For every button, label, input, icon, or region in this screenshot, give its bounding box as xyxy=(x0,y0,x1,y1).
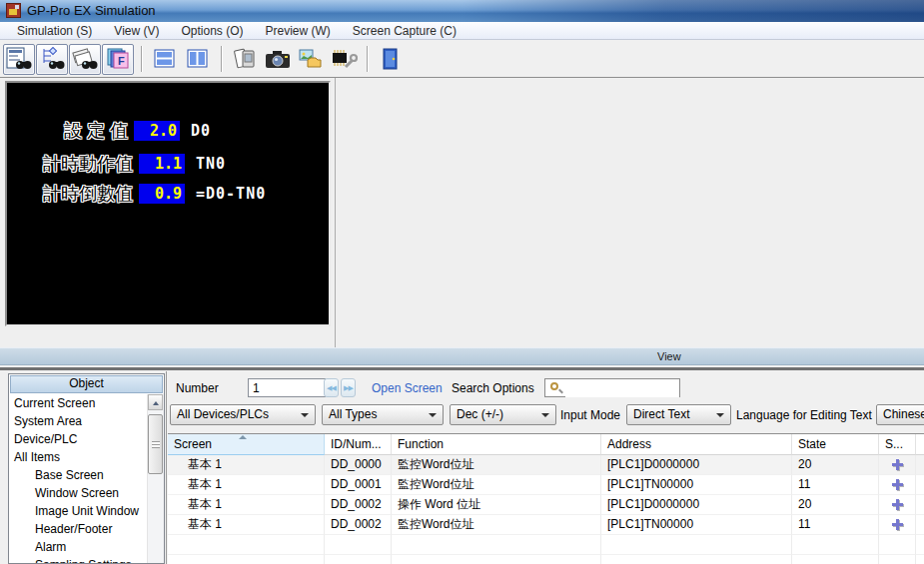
timer-current-address: TN0 xyxy=(196,155,226,173)
open-screen-link[interactable]: Open Screen xyxy=(372,381,443,395)
language-dropdown[interactable]: Chinese ( xyxy=(876,404,924,425)
set-value-display[interactable]: 2.0 xyxy=(134,121,180,141)
cell-jump[interactable] xyxy=(879,455,916,475)
input-mode-label: Input Mode xyxy=(560,408,620,422)
column-header-s[interactable]: S... xyxy=(879,434,916,455)
object-item-all-items[interactable]: All Items xyxy=(9,448,164,466)
address-tree-watch-button[interactable] xyxy=(36,44,68,75)
cell-function: 操作 Word 位址 xyxy=(392,495,601,515)
next-screen-button[interactable]: ▶▶ xyxy=(341,378,356,397)
timer-current-display[interactable]: 1.1 xyxy=(139,154,185,174)
cell-address: [PLC1]D0000000 xyxy=(601,455,792,475)
address-tree-watch-icon xyxy=(39,47,65,71)
format-filter-dropdown[interactable]: Dec (+/-) xyxy=(450,404,556,425)
column-header-function[interactable]: Function xyxy=(392,434,601,455)
split-vertical-button[interactable] xyxy=(182,44,214,75)
input-mode-dropdown[interactable]: Direct Text xyxy=(626,404,731,425)
cell-jump[interactable] xyxy=(879,495,916,515)
menu-preview[interactable]: Preview (W) xyxy=(255,22,342,40)
table-row[interactable]: 基本 1 DD_0002 操作 Word 位址 [PLC1]D0000000 2… xyxy=(168,495,924,515)
device-watch-button[interactable] xyxy=(69,44,101,75)
cell-address: [PLC1]TN00000 xyxy=(601,515,792,535)
object-item-device-plc[interactable]: Device/PLC xyxy=(9,430,164,448)
screen-capture-button[interactable] xyxy=(262,44,294,75)
menu-view[interactable]: View (V) xyxy=(103,22,170,40)
cell-screen: 基本 1 xyxy=(168,455,325,475)
feature-screens-button[interactable]: F xyxy=(102,44,134,75)
cell-jump[interactable] xyxy=(879,475,916,495)
cell-state: 20 xyxy=(792,495,879,515)
cell-jump[interactable] xyxy=(879,515,916,535)
device-watch-icon xyxy=(72,47,98,71)
cell-function: 監控Word位址 xyxy=(392,515,601,535)
watch-address-table: Screen ID/Num... Function Address State … xyxy=(168,433,924,564)
view-pane-title: View xyxy=(657,350,681,362)
sort-ascending-icon xyxy=(239,435,247,439)
cell-address: [PLC1]D0000000 xyxy=(601,495,792,515)
set-value-label: 設定值 xyxy=(37,119,133,143)
view-pane: Object Current Screen System Area Device… xyxy=(0,371,924,564)
exit-door-icon xyxy=(379,47,403,71)
object-item-system-area[interactable]: System Area xyxy=(9,412,164,430)
device-maintenance-button[interactable] xyxy=(328,44,360,75)
language-label: Language for Editing Text xyxy=(736,408,872,422)
view-pane-titlebar[interactable]: View xyxy=(0,347,924,365)
column-header-state[interactable]: State xyxy=(792,434,879,455)
table-header-row: Screen ID/Num... Function Address State … xyxy=(168,434,924,455)
menu-options[interactable]: Options (O) xyxy=(170,22,254,40)
object-item-header-footer[interactable]: Header/Footer xyxy=(9,520,164,538)
timer-countdown-display[interactable]: 0.9 xyxy=(139,184,185,204)
devices-filter-dropdown[interactable]: All Devices/PLCs xyxy=(170,404,316,425)
feature-screens-icon: F xyxy=(106,47,131,71)
sim-row-timer-countdown: 計時倒數值 0.9 =D0-TN0 xyxy=(37,184,266,204)
search-field[interactable] xyxy=(544,378,680,397)
pane-splitter[interactable] xyxy=(0,367,924,370)
sim-window-edge xyxy=(335,78,336,347)
format-filter-value: Dec (+/-) xyxy=(457,407,503,421)
jump-to-screen-icon xyxy=(891,478,904,491)
column-header-address[interactable]: Address xyxy=(601,434,792,455)
previous-screen-button[interactable]: ◀◀ xyxy=(324,378,339,397)
types-filter-value: All Types xyxy=(329,407,377,421)
set-value-address: D0 xyxy=(191,122,211,140)
cell-screen: 基本 1 xyxy=(168,515,325,535)
menu-screen-capture[interactable]: Screen Capture (C) xyxy=(342,22,467,40)
jump-to-screen-icon xyxy=(891,458,904,471)
timer-current-label: 計時動作值 xyxy=(37,152,133,176)
object-list-scrollbar[interactable] xyxy=(147,394,164,564)
save-image-button[interactable] xyxy=(295,44,327,75)
object-item-current-screen[interactable]: Current Screen xyxy=(9,394,164,412)
menu-simulation[interactable]: Simulation (S) xyxy=(6,22,103,40)
sim-row-timer-current: 計時動作值 1.1 TN0 xyxy=(37,154,226,174)
chevron-down-icon xyxy=(429,413,437,417)
title-bar: GP-Pro EX Simulation xyxy=(0,0,924,22)
cell-function: 監控Word位址 xyxy=(392,455,601,475)
object-item-base-screen[interactable]: Base Screen xyxy=(9,466,164,484)
panel-divider xyxy=(166,371,167,564)
app-icon xyxy=(6,3,21,18)
column-header-screen[interactable]: Screen xyxy=(168,434,325,455)
object-item-window-screen[interactable]: Window Screen xyxy=(9,484,164,502)
column-header-id[interactable]: ID/Num... xyxy=(325,434,392,455)
object-item-image-unit-window[interactable]: Image Unit Window xyxy=(9,502,164,520)
search-input[interactable] xyxy=(565,380,679,397)
object-item-sampling-settings[interactable]: Sampling Settings xyxy=(9,556,164,564)
screen-number-input[interactable] xyxy=(248,378,326,397)
types-filter-dropdown[interactable]: All Types xyxy=(322,404,444,425)
table-row[interactable]: 基本 1 DD_0002 監控Word位址 [PLC1]TN00000 11 xyxy=(168,515,924,535)
object-item-alarm[interactable]: Alarm xyxy=(9,538,164,556)
exit-simulation-button[interactable] xyxy=(375,44,407,75)
object-list: Current Screen System Area Device/PLC Al… xyxy=(9,394,164,564)
split-horizontal-button[interactable] xyxy=(149,44,181,75)
scrollbar-thumb[interactable] xyxy=(148,414,163,474)
parts-list-watch-button[interactable] xyxy=(3,44,35,75)
transfer-display-button[interactable] xyxy=(229,44,261,75)
parts-list-watch-icon xyxy=(6,47,32,71)
toolbar: F xyxy=(0,41,924,78)
table-row[interactable]: 基本 1 DD_0001 監控Word位址 [PLC1]TN00000 11 xyxy=(168,475,924,495)
devices-filter-value: All Devices/PLCs xyxy=(177,407,269,421)
scroll-up-button[interactable] xyxy=(148,394,163,410)
table-row[interactable]: 基本 1 DD_0000 監控Word位址 [PLC1]D0000000 20 xyxy=(168,455,924,475)
table-row-empty xyxy=(168,535,924,555)
split-vertical-icon xyxy=(186,48,210,70)
